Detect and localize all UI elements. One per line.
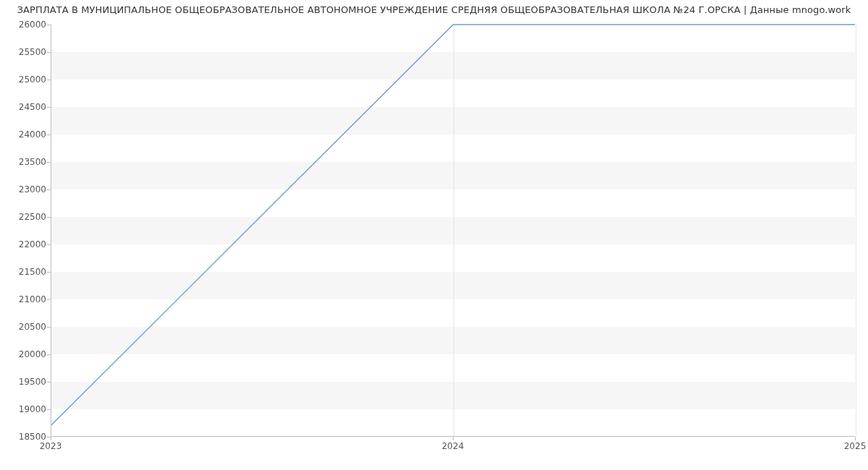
y-tick-label: 22000 bbox=[6, 239, 46, 249]
y-tick-label: 20500 bbox=[6, 322, 46, 332]
y-tick-mark bbox=[47, 80, 51, 80]
x-tick-label: 2023 bbox=[40, 441, 62, 451]
y-tick-mark bbox=[47, 327, 51, 328]
plot-area bbox=[51, 25, 855, 437]
y-tick-label: 25500 bbox=[6, 47, 46, 57]
y-tick-mark bbox=[47, 382, 51, 383]
y-tick-mark bbox=[47, 409, 51, 410]
y-tick-mark bbox=[47, 25, 51, 25]
y-tick-label: 19000 bbox=[6, 404, 46, 414]
line-svg bbox=[51, 25, 855, 436]
y-tick-mark bbox=[47, 244, 51, 245]
y-tick-label: 19500 bbox=[6, 377, 46, 387]
y-tick-mark bbox=[47, 272, 51, 273]
chart-title: ЗАРПЛАТА В МУНИЦИПАЛЬНОЕ ОБЩЕОБРАЗОВАТЕЛ… bbox=[0, 4, 868, 15]
x-tick-label: 2024 bbox=[442, 441, 464, 451]
y-tick-mark bbox=[47, 162, 51, 163]
y-tick-mark bbox=[47, 52, 51, 53]
y-tick-label: 25000 bbox=[6, 74, 46, 85]
x-tick-mark bbox=[855, 437, 856, 440]
y-tick-label: 24000 bbox=[6, 129, 46, 140]
y-tick-label: 26000 bbox=[6, 20, 46, 30]
y-tick-mark bbox=[47, 299, 51, 300]
y-tick-label: 23000 bbox=[6, 184, 46, 195]
x-tick-mark bbox=[51, 437, 51, 440]
y-tick-mark bbox=[47, 354, 51, 355]
y-tick-label: 21500 bbox=[6, 267, 46, 277]
gridline-vertical bbox=[856, 25, 856, 436]
y-tick-label: 24500 bbox=[6, 102, 46, 112]
y-tick-mark bbox=[47, 107, 51, 108]
y-tick-mark bbox=[47, 217, 51, 218]
y-tick-mark bbox=[47, 134, 51, 135]
x-tick-label: 2025 bbox=[844, 441, 867, 451]
series-path bbox=[51, 25, 855, 425]
y-tick-mark bbox=[47, 189, 51, 190]
x-tick-mark bbox=[453, 437, 454, 440]
y-tick-label: 23500 bbox=[6, 157, 46, 167]
y-tick-label: 20000 bbox=[6, 349, 46, 359]
y-tick-label: 22500 bbox=[6, 212, 46, 222]
y-tick-label: 21000 bbox=[6, 294, 46, 304]
salary-line-chart: ЗАРПЛАТА В МУНИЦИПАЛЬНОЕ ОБЩЕОБРАЗОВАТЕЛ… bbox=[0, 0, 868, 470]
y-tick-label: 18500 bbox=[6, 432, 46, 442]
